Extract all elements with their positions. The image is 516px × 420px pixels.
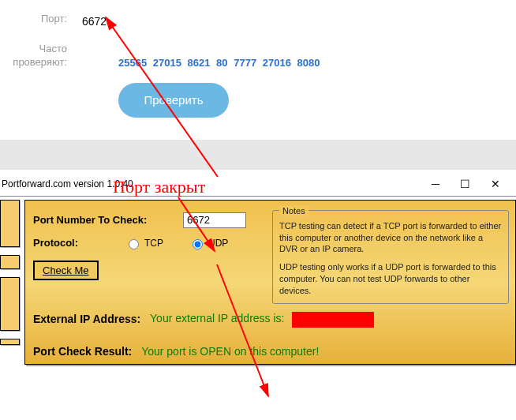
notes-text-2: UDP testing only works if a UDP port is … — [279, 261, 502, 297]
freq-port-link[interactable]: 27016 — [263, 57, 291, 69]
notes-legend: Notes — [279, 205, 308, 217]
separator-bar — [0, 140, 516, 170]
strip-block — [0, 277, 20, 331]
result-label: Port Check Result: — [33, 345, 132, 358]
result-value: Your port is OPEN on this computer! — [141, 345, 319, 358]
check-button[interactable]: Проверить — [118, 83, 229, 118]
port-input[interactable] — [75, 9, 347, 33]
result-row: Port Check Result: Your port is OPEN on … — [33, 345, 507, 358]
strip-block — [0, 255, 20, 269]
freq-port-link[interactable]: 27015 — [153, 57, 181, 69]
freq-port-link[interactable]: 8621 — [188, 57, 211, 69]
left-panel-strip — [0, 197, 20, 365]
freq-port-link[interactable]: 80 — [216, 57, 227, 69]
protocol-tcp-radio[interactable]: TCP — [125, 237, 163, 249]
port-number-label: Port Number To Check: — [33, 214, 183, 226]
freq-port-link[interactable]: 25565 — [118, 57, 147, 69]
maximize-button[interactable]: ☐ — [460, 178, 470, 190]
external-ip-row: External IP Address: Your external IP ad… — [33, 312, 507, 328]
port-label: Порт: — [0, 9, 75, 26]
port-number-input[interactable] — [183, 212, 246, 228]
minimize-button[interactable]: ─ — [432, 178, 439, 190]
redacted-ip — [292, 312, 374, 328]
window-titlebar: Portforward.com version 1.0.40 ─ ☐ ✕ — [0, 173, 516, 197]
freq-port-link[interactable]: 8080 — [297, 57, 320, 69]
protocol-tcp-text: TCP — [144, 238, 163, 249]
notes-text-1: TCP testing can detect if a TCP port is … — [279, 220, 502, 256]
check-me-button[interactable]: Check Me — [33, 261, 99, 280]
strip-block — [0, 339, 20, 345]
close-button[interactable]: ✕ — [491, 178, 500, 190]
protocol-udp-radio[interactable]: UDP — [189, 237, 228, 249]
external-ip-label: External IP Address: — [33, 312, 140, 324]
protocol-label: Protocol: — [33, 237, 122, 249]
frequent-ports: 25565 27015 8621 80 7777 27016 8080 — [118, 54, 516, 69]
annotation-port-closed: Порт закрыт — [113, 177, 205, 197]
web-port-checker: Порт: Часто проверяют: 25565 27015 8621 … — [0, 0, 516, 170]
freq-port-link[interactable]: 7777 — [234, 57, 256, 69]
portforward-panel: Port Number To Check: Protocol: TCP UDP … — [24, 200, 516, 365]
notes-box: Notes TCP testing can detect if a TCP po… — [272, 210, 509, 304]
protocol-udp-text: UDP — [208, 238, 228, 249]
window-body: Port Number To Check: Protocol: TCP UDP … — [0, 197, 516, 365]
freq-label: Часто проверяют: — [0, 39, 75, 69]
external-ip-value: Your external IP address is: — [150, 312, 284, 324]
strip-block — [0, 200, 20, 247]
